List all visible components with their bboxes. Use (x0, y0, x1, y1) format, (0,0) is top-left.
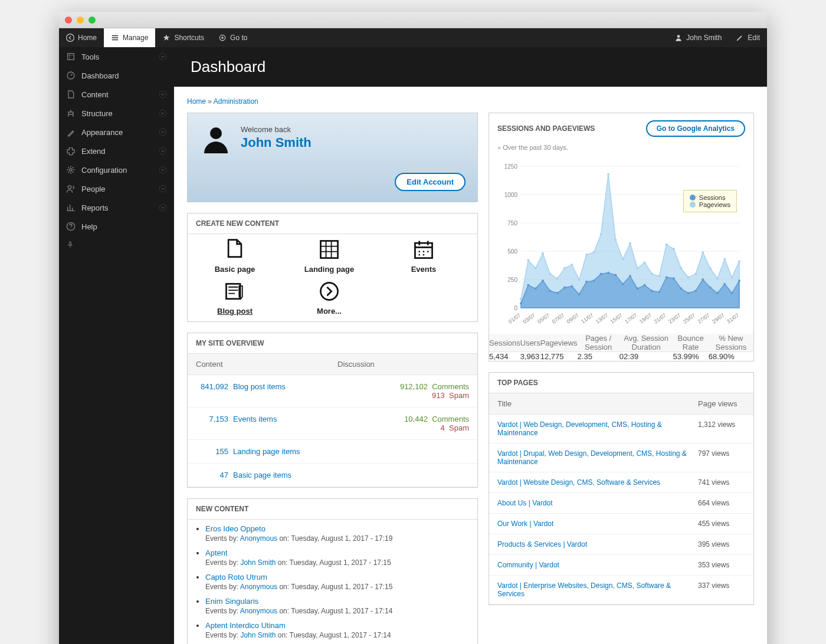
metric-value: 2.35 (578, 352, 620, 362)
top-pages-col-views: Page views (698, 399, 745, 408)
top-page-link[interactable]: Our Work | Vardot (497, 520, 698, 528)
create-content-title: CREATE NEW CONTENT (188, 213, 477, 234)
create-basic-page[interactable]: Basic page (199, 238, 270, 274)
sidebar-item-dashboard[interactable]: Dashboard (59, 66, 174, 85)
svg-text:05/07: 05/07 (536, 312, 550, 324)
sidebar-item-structure[interactable]: Structure (59, 104, 174, 123)
sidebar-item-content[interactable]: Content (59, 85, 174, 104)
go-to-analytics-button[interactable]: Go to Google Analytics (646, 120, 745, 137)
toolbar-edit-label: Edit (748, 34, 760, 42)
edit-account-button[interactable]: Edit Account (395, 173, 466, 191)
create-blog-post[interactable]: Blog post (199, 280, 270, 316)
pin-icon (66, 241, 74, 249)
breadcrumb-current[interactable]: Administration (214, 97, 258, 106)
svg-point-56 (636, 267, 638, 270)
top-page-link[interactable]: Products & Services | Vardot (497, 540, 698, 548)
svg-point-25 (423, 254, 425, 256)
overview-row: 155Landing page items (188, 440, 477, 464)
welcome-username[interactable]: John Smith (241, 135, 312, 150)
chevron-down-icon (159, 52, 167, 61)
create-landing-page[interactable]: Landing page (294, 238, 365, 274)
metric-header: Pageviews (540, 334, 578, 352)
create-events[interactable]: Events (388, 238, 459, 274)
sidebar-item-help[interactable]: Help (59, 217, 174, 236)
author-link[interactable]: Anonymous (240, 583, 277, 591)
extend-icon (66, 146, 76, 156)
create-content-panel: CREATE NEW CONTENT Basic pageLanding pag… (187, 213, 478, 322)
overview-link[interactable]: Events items (233, 415, 277, 432)
sidebar-item-extend[interactable]: Extend (59, 142, 174, 160)
hamburger-icon (111, 34, 119, 42)
svg-text:750: 750 (507, 220, 517, 226)
overview-link[interactable]: Landing page items (233, 447, 300, 456)
sidebar-item-tools[interactable]: Tools (59, 47, 174, 66)
overview-link[interactable]: Basic page items (233, 471, 291, 479)
top-page-link[interactable]: Vardot | Drupal, Web Design, Development… (497, 449, 698, 466)
blog-icon (223, 278, 247, 304)
svg-point-79 (578, 293, 581, 295)
star-icon (162, 34, 171, 42)
author-link[interactable]: Anonymous (240, 607, 277, 615)
svg-point-78 (571, 285, 573, 288)
svg-point-80 (585, 281, 588, 283)
svg-point-23 (427, 251, 429, 252)
new-content-link[interactable]: Aptent (205, 548, 473, 557)
svg-point-69 (731, 276, 733, 278)
new-content-link[interactable]: Aptent Interdico Utinam (205, 621, 473, 630)
author-link[interactable]: John Smith (240, 631, 276, 639)
toolbar-edit[interactable]: Edit (729, 28, 767, 47)
svg-point-57 (644, 261, 646, 264)
author-link[interactable]: Anonymous (240, 534, 277, 543)
sidebar-item-appearance[interactable]: Appearance (59, 123, 174, 142)
svg-text:29/07: 29/07 (711, 312, 725, 324)
svg-point-94 (687, 292, 690, 294)
svg-point-41 (527, 259, 529, 261)
svg-rect-19 (320, 241, 337, 258)
svg-point-68 (723, 258, 726, 260)
create-more-[interactable]: More... (294, 280, 365, 316)
top-page-link[interactable]: Vardot | Web Design, Development, CMS, H… (497, 420, 698, 437)
svg-text:1250: 1250 (504, 163, 518, 170)
mac-titlebar (59, 12, 767, 28)
toolbar-shortcuts[interactable]: Shortcuts (155, 28, 211, 47)
top-page-link[interactable]: Community | Vardot (497, 561, 698, 569)
svg-text:03/07: 03/07 (522, 312, 536, 324)
sidebar-pin[interactable] (59, 236, 174, 254)
metric-value: 02:39 (620, 352, 673, 362)
sidebar-item-reports[interactable]: Reports (59, 198, 174, 217)
svg-point-73 (535, 287, 537, 290)
configuration-icon (66, 165, 76, 175)
top-page-link[interactable]: Vardot | Enterprise Websites, Design, CM… (497, 581, 698, 598)
sidebar-item-configuration[interactable]: Configuration (59, 160, 174, 179)
toolbar-user[interactable]: John Smith (667, 28, 729, 47)
toolbar-manage[interactable]: Manage (104, 28, 155, 47)
svg-point-13 (68, 186, 71, 189)
svg-point-91 (666, 276, 668, 278)
svg-point-88 (644, 284, 646, 287)
svg-text:09/07: 09/07 (566, 312, 580, 324)
top-page-link[interactable]: Vardot | Website Design, CMS, Software &… (497, 478, 698, 487)
new-content-link[interactable]: Eros Ideo Oppeto (205, 524, 473, 533)
svg-point-27 (320, 282, 337, 300)
svg-point-72 (527, 284, 529, 287)
new-content-item: Eros Ideo OppetoEvents by: Anonymous on:… (205, 524, 473, 543)
new-content-link[interactable]: Capto Roto Utrum (205, 573, 473, 581)
svg-point-74 (542, 280, 544, 282)
svg-text:0: 0 (514, 305, 517, 311)
metric-value: 12,775 (540, 352, 578, 362)
toolbar-home[interactable]: Home (59, 28, 104, 47)
new-content-link[interactable]: Enim Singularis (205, 597, 473, 606)
svg-text:01/07: 01/07 (507, 312, 522, 324)
minimize-window-dot[interactable] (77, 17, 84, 24)
author-link[interactable]: John Smith (240, 558, 276, 567)
breadcrumb-home[interactable]: Home (187, 97, 206, 106)
overview-link[interactable]: Blog post items (233, 382, 286, 400)
maximize-window-dot[interactable] (88, 17, 96, 24)
close-window-dot[interactable] (65, 17, 72, 24)
svg-point-83 (607, 271, 609, 274)
top-page-link[interactable]: About Us | Vardot (497, 499, 698, 507)
breadcrumb: Home » Administration (187, 97, 754, 106)
top-page-row: Products & Services | Vardot395 views (489, 534, 753, 555)
toolbar-goto[interactable]: Go to (211, 28, 254, 47)
sidebar-item-people[interactable]: People (59, 179, 174, 198)
